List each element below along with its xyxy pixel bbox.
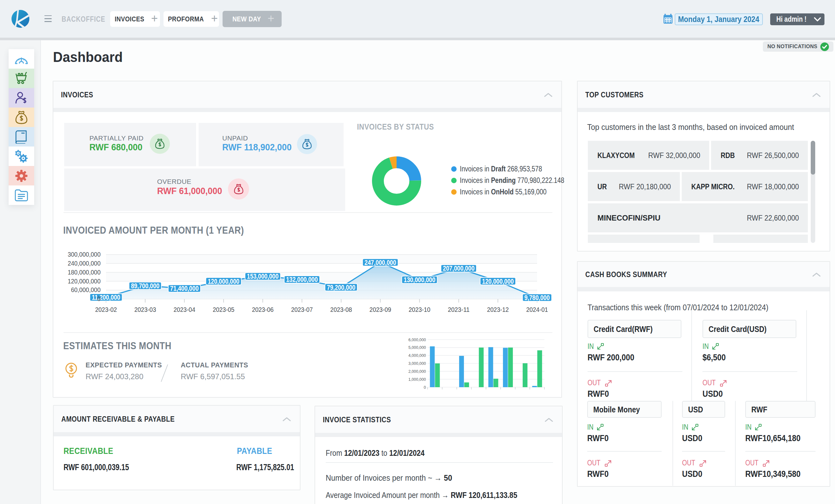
svg-text:247,000,000: 247,000,000	[365, 259, 396, 267]
svg-text:2023-10: 2023-10	[409, 306, 430, 313]
svg-text:2023-04: 2023-04	[174, 306, 195, 313]
svg-text:60,000,000: 60,000,000	[71, 286, 101, 293]
svg-text:2024-01: 2024-01	[526, 306, 548, 313]
svg-text:79,200,000: 79,200,000	[327, 284, 355, 291]
svg-text:3,000,000: 3,000,000	[408, 361, 426, 366]
svg-text:2023-11: 2023-11	[448, 306, 470, 313]
svg-text:2023-06: 2023-06	[252, 306, 274, 313]
svg-text:0: 0	[97, 295, 101, 302]
svg-text:120,000,000: 120,000,000	[482, 278, 514, 285]
svg-text:2023-08: 2023-08	[330, 306, 352, 313]
svg-text:6,000,000: 6,000,000	[408, 337, 426, 342]
svg-text:132,000,000: 132,000,000	[286, 276, 318, 284]
svg-text:153,000,000: 153,000,000	[247, 273, 279, 280]
svg-text:11,200,000: 11,200,000	[91, 294, 120, 301]
svg-text:89,700,000: 89,700,000	[131, 282, 159, 290]
svg-text:2023-12: 2023-12	[487, 306, 509, 313]
svg-text:120,000,000: 120,000,000	[208, 278, 240, 285]
svg-text:5,000,000: 5,000,000	[408, 345, 426, 350]
svg-text:2023-07: 2023-07	[291, 306, 313, 313]
svg-text:207,000,000: 207,000,000	[443, 265, 474, 272]
svg-text:9,780,000: 9,780,000	[524, 294, 550, 302]
svg-text:4,000,000: 4,000,000	[408, 353, 426, 358]
svg-text:240,000,000: 240,000,000	[68, 260, 101, 267]
svg-text:300,000,000: 300,000,000	[68, 251, 101, 258]
svg-text:1,000,000: 1,000,000	[408, 377, 426, 382]
svg-text:2023-09: 2023-09	[369, 306, 391, 313]
svg-text:71,400,000: 71,400,000	[170, 285, 199, 292]
svg-text:2023-05: 2023-05	[213, 306, 235, 313]
svg-text:180,000,000: 180,000,000	[68, 269, 101, 276]
svg-text:0: 0	[424, 385, 426, 390]
svg-text:130,000,000: 130,000,000	[404, 276, 435, 284]
svg-text:120,000,000: 120,000,000	[68, 278, 101, 285]
svg-text:2023-02: 2023-02	[95, 306, 117, 313]
svg-text:2,000,000: 2,000,000	[408, 369, 426, 374]
svg-text:2023-03: 2023-03	[135, 306, 156, 313]
